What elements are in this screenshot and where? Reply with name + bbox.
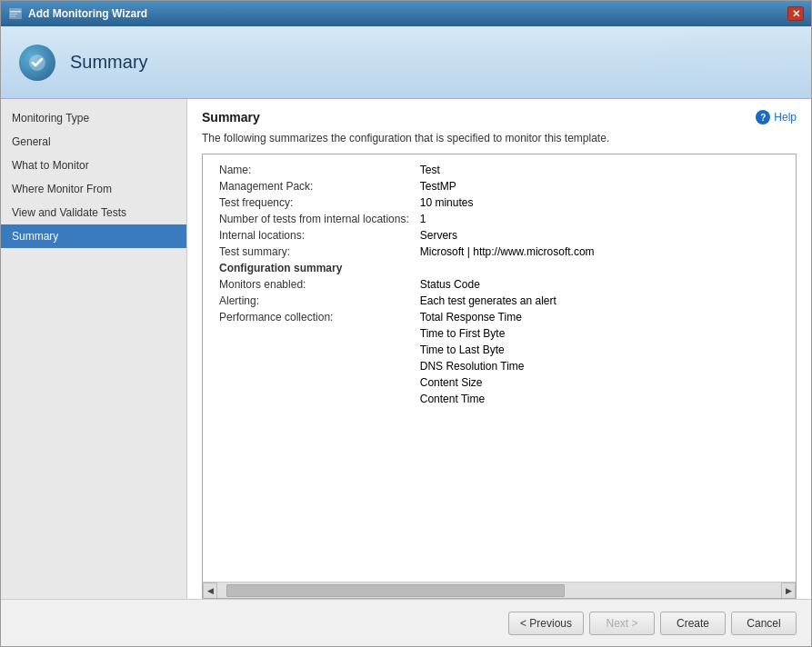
summary-value: Servers bbox=[415, 227, 785, 244]
summary-scroll[interactable]: Name:TestManagement Pack:TestMPTest freq… bbox=[203, 154, 796, 582]
summary-label: Test summary: bbox=[214, 244, 415, 260]
summary-value: Total Response Time bbox=[415, 309, 785, 325]
summary-value: Content Size bbox=[415, 374, 785, 391]
summary-table: Name:TestManagement Pack:TestMPTest freq… bbox=[214, 162, 785, 407]
table-row: Internal locations:Servers bbox=[214, 227, 785, 244]
summary-label: Test frequency: bbox=[214, 194, 415, 211]
svg-rect-2 bbox=[10, 14, 17, 15]
table-row: Monitors enabled:Status Code bbox=[214, 276, 785, 293]
summary-value: 1 bbox=[415, 211, 785, 227]
cancel-button[interactable]: Cancel bbox=[731, 612, 797, 635]
sidebar-item-monitoring-type[interactable]: Monitoring Type bbox=[1, 106, 186, 130]
footer-area: < Previous Next > Create Cancel bbox=[1, 599, 811, 646]
summary-value: Time to Last Byte bbox=[415, 342, 785, 358]
summary-label: Name: bbox=[214, 162, 415, 178]
summary-label bbox=[214, 374, 415, 391]
content-title: Summary bbox=[202, 110, 260, 124]
table-row: Time to First Byte bbox=[214, 325, 785, 342]
scrollbar-thumb[interactable] bbox=[226, 584, 565, 597]
create-button[interactable]: Create bbox=[660, 612, 726, 635]
summary-label: Number of tests from internal locations: bbox=[214, 211, 415, 227]
sidebar-item-summary[interactable]: Summary bbox=[1, 224, 186, 248]
svg-rect-1 bbox=[10, 11, 21, 13]
table-row: Test summary:Microsoft | http://www.micr… bbox=[214, 244, 785, 260]
scroll-left-button[interactable]: ◀ bbox=[203, 582, 217, 599]
help-icon: ? bbox=[756, 110, 770, 124]
svg-rect-3 bbox=[10, 16, 15, 17]
summary-value: Microsoft | http://www.microsoft.com bbox=[415, 244, 785, 260]
title-bar: Add Monitoring Wizard ✕ bbox=[1, 1, 811, 26]
scrollbar-track bbox=[217, 582, 781, 599]
header-icon bbox=[19, 45, 55, 81]
summary-label: Monitors enabled: bbox=[214, 276, 415, 293]
table-row: Performance collection:Total Response Ti… bbox=[214, 309, 785, 325]
help-link[interactable]: ? Help bbox=[756, 110, 797, 124]
table-row: Alerting:Each test generates an alert bbox=[214, 293, 785, 309]
content-area: Summary ? Help The following summarizes … bbox=[187, 99, 811, 599]
sidebar: Monitoring Type General What to Monitor … bbox=[1, 99, 187, 599]
help-label: Help bbox=[774, 111, 797, 124]
summary-label: Internal locations: bbox=[214, 227, 415, 244]
sidebar-item-view-validate[interactable]: View and Validate Tests bbox=[1, 201, 186, 224]
summary-label: Performance collection: bbox=[214, 309, 415, 325]
sidebar-item-general[interactable]: General bbox=[1, 130, 186, 154]
table-row: Time to Last Byte bbox=[214, 342, 785, 358]
summary-box: Name:TestManagement Pack:TestMPTest freq… bbox=[202, 154, 797, 599]
main-window: Add Monitoring Wizard ✕ Summary Monitori… bbox=[0, 0, 812, 647]
summary-label: Management Pack: bbox=[214, 178, 415, 194]
window-icon bbox=[8, 6, 23, 21]
sidebar-item-what-to-monitor[interactable]: What to Monitor bbox=[1, 154, 186, 177]
table-row: DNS Resolution Time bbox=[214, 358, 785, 374]
header-title: Summary bbox=[70, 52, 148, 73]
summary-label bbox=[214, 325, 415, 342]
header-area: Summary bbox=[1, 26, 811, 99]
summary-label: Configuration summary bbox=[214, 260, 415, 276]
previous-button[interactable]: < Previous bbox=[508, 612, 584, 635]
summary-value: 10 minutes bbox=[415, 194, 785, 211]
summary-value: Test bbox=[415, 162, 785, 178]
table-row: Content Size bbox=[214, 374, 785, 391]
summary-label bbox=[214, 342, 415, 358]
summary-value: Each test generates an alert bbox=[415, 293, 785, 309]
scroll-right-button[interactable]: ▶ bbox=[781, 582, 796, 599]
summary-value bbox=[415, 260, 785, 276]
summary-box-container: Name:TestManagement Pack:TestMPTest freq… bbox=[187, 154, 811, 599]
table-row: Configuration summary bbox=[214, 260, 785, 276]
horizontal-scrollbar[interactable]: ◀ ▶ bbox=[203, 582, 796, 598]
table-row: Content Time bbox=[214, 391, 785, 407]
summary-value: Content Time bbox=[415, 391, 785, 407]
content-header: Summary ? Help bbox=[187, 99, 811, 132]
table-row: Number of tests from internal locations:… bbox=[214, 211, 785, 227]
summary-label bbox=[214, 391, 415, 407]
summary-value: Time to First Byte bbox=[415, 325, 785, 342]
main-area: Monitoring Type General What to Monitor … bbox=[1, 99, 811, 599]
summary-label: Alerting: bbox=[214, 293, 415, 309]
sidebar-item-where-monitor-from[interactable]: Where Monitor From bbox=[1, 177, 186, 201]
table-row: Test frequency:10 minutes bbox=[214, 194, 785, 211]
content-description: The following summarizes the configurati… bbox=[187, 132, 811, 154]
table-row: Management Pack:TestMP bbox=[214, 178, 785, 194]
summary-value: TestMP bbox=[415, 178, 785, 194]
summary-label bbox=[214, 358, 415, 374]
next-button[interactable]: Next > bbox=[589, 612, 655, 635]
window-title: Add Monitoring Wizard bbox=[28, 7, 782, 20]
table-row: Name:Test bbox=[214, 162, 785, 178]
close-button[interactable]: ✕ bbox=[787, 6, 804, 21]
summary-value: DNS Resolution Time bbox=[415, 358, 785, 374]
summary-value: Status Code bbox=[415, 276, 785, 293]
